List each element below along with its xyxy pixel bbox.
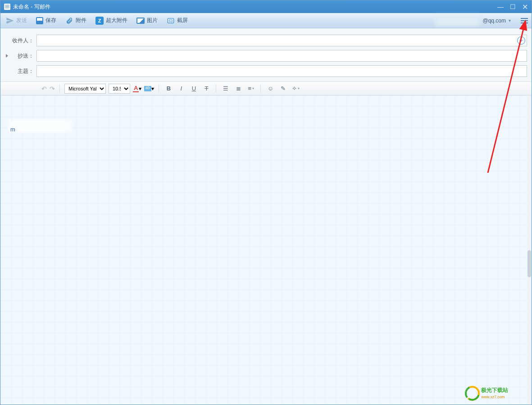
align-button[interactable]: ≡▾ bbox=[246, 84, 256, 94]
attach-label: 附件 bbox=[76, 17, 86, 24]
cc-row: 抄送： bbox=[5, 50, 527, 62]
font-color-icon: A bbox=[133, 85, 139, 92]
account-suffix: @qq.com bbox=[482, 18, 506, 24]
image-button[interactable]: 图片 bbox=[135, 15, 159, 26]
send-label: 发送 bbox=[16, 17, 27, 24]
account-selector[interactable]: @qq.com ▾ bbox=[435, 16, 511, 26]
svg-rect-1 bbox=[169, 19, 172, 22]
emoji-button[interactable]: ☺ bbox=[265, 84, 275, 94]
redo-button[interactable]: ↷ bbox=[50, 85, 55, 92]
size-select[interactable]: 10.5 bbox=[109, 84, 130, 94]
separator bbox=[216, 85, 216, 93]
big-attach-button[interactable]: Z 超大附件 bbox=[94, 15, 129, 26]
save-button[interactable]: 保存 bbox=[34, 15, 58, 26]
font-color-button[interactable]: A ▾ bbox=[133, 85, 141, 92]
scrollbar-track[interactable] bbox=[527, 95, 532, 405]
add-contact-button[interactable]: + bbox=[517, 36, 525, 45]
to-label: 收件人： bbox=[5, 37, 36, 45]
separator bbox=[159, 85, 159, 93]
maximize-button[interactable]: ☐ bbox=[510, 3, 516, 10]
expand-cc-icon[interactable] bbox=[6, 54, 8, 58]
big-attach-label: 超大附件 bbox=[106, 17, 127, 24]
main-toolbar: 发送 保存 附件 Z 超大附件 图片 截屏 @qq.com ▾ bbox=[0, 13, 532, 28]
save-icon bbox=[36, 17, 43, 24]
subject-label: 主题： bbox=[5, 68, 36, 75]
paperclip-icon bbox=[65, 17, 73, 25]
chevron-down-icon: ▾ bbox=[139, 86, 141, 92]
image-label: 图片 bbox=[147, 17, 158, 24]
font-select[interactable]: Microsoft Yal bbox=[64, 84, 106, 94]
subject-row: 主题： bbox=[5, 65, 527, 77]
to-row: 收件人： + bbox=[5, 35, 527, 46]
cc-label: 抄送： bbox=[5, 52, 36, 60]
clear-format-button[interactable]: ✎ bbox=[278, 84, 288, 94]
close-button[interactable]: ✕ bbox=[522, 3, 528, 11]
numbered-list-button[interactable]: ≣ bbox=[233, 84, 243, 94]
cc-input[interactable] bbox=[36, 50, 527, 62]
redacted-signature bbox=[9, 120, 72, 132]
screenshot-label: 截屏 bbox=[177, 17, 188, 24]
highlight-button[interactable]: ▾ bbox=[144, 86, 154, 92]
more-button[interactable]: ✧▾ bbox=[291, 84, 300, 94]
highlight-icon bbox=[144, 86, 151, 91]
bold-button[interactable]: B bbox=[164, 84, 173, 94]
svg-rect-0 bbox=[168, 18, 174, 23]
screenshot-button[interactable]: 截屏 bbox=[165, 15, 190, 26]
format-toolbar: ↶ ↷ Microsoft Yal 10.5 A ▾ ▾ B I U T ☰ ≣… bbox=[0, 82, 532, 95]
chevron-down-icon: ▾ bbox=[151, 86, 154, 92]
image-icon bbox=[136, 18, 145, 24]
to-input[interactable] bbox=[36, 35, 527, 46]
editor-area[interactable]: m bbox=[0, 95, 532, 405]
send-button[interactable]: 发送 bbox=[4, 15, 29, 26]
header-fields: 收件人： + 抄送： 主题： bbox=[0, 28, 532, 82]
big-attach-icon: Z bbox=[95, 17, 104, 25]
menu-button[interactable] bbox=[521, 18, 528, 23]
underline-button[interactable]: U bbox=[189, 84, 199, 94]
undo-button[interactable]: ↶ bbox=[41, 85, 47, 92]
window-title: 未命名 - 写邮件 bbox=[13, 3, 50, 11]
titlebar: 未命名 - 写邮件 — ☐ ✕ bbox=[0, 0, 532, 13]
account-name-redacted bbox=[435, 16, 480, 26]
strikethrough-button[interactable]: T bbox=[201, 84, 211, 94]
screenshot-icon bbox=[167, 17, 175, 25]
scrollbar-thumb[interactable] bbox=[527, 250, 531, 277]
cc-label-text: 抄送： bbox=[18, 53, 34, 59]
paper-plane-icon bbox=[6, 17, 14, 25]
subject-input[interactable] bbox=[36, 65, 527, 77]
bullet-list-button[interactable]: ☰ bbox=[221, 84, 231, 94]
separator bbox=[59, 85, 60, 93]
window-controls: — ☐ ✕ bbox=[497, 3, 528, 11]
document-icon bbox=[4, 4, 10, 10]
compose-window: 未命名 - 写邮件 — ☐ ✕ 发送 保存 附件 Z 超大附件 图片 bbox=[0, 0, 532, 405]
minimize-button[interactable]: — bbox=[497, 3, 504, 10]
chevron-down-icon: ▾ bbox=[509, 18, 511, 23]
attach-button[interactable]: 附件 bbox=[64, 15, 88, 26]
save-label: 保存 bbox=[45, 17, 56, 24]
italic-button[interactable]: I bbox=[176, 84, 186, 94]
separator bbox=[260, 85, 261, 93]
body-text-fragment: m bbox=[10, 126, 15, 133]
